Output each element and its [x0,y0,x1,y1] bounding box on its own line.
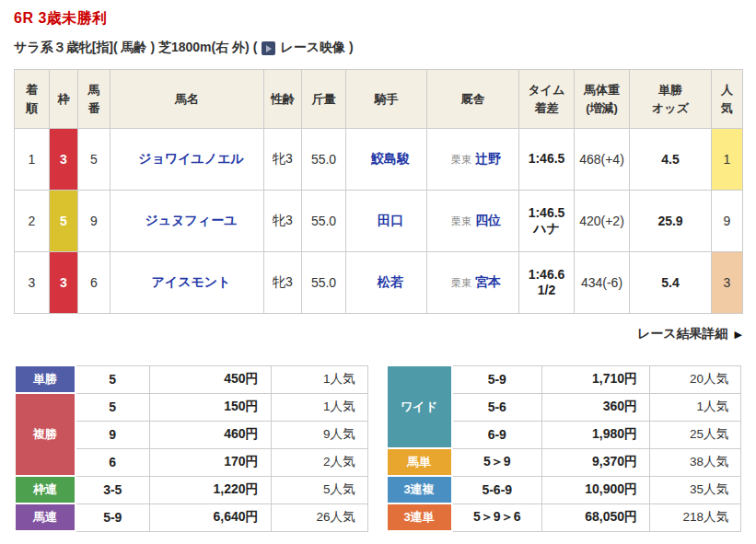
payout-table-left: 単勝 5 450円 1人気 複勝 5 150円 1人気 9 460円 9人気 [14,365,368,532]
col-header-weight: 斤量 [302,70,346,129]
bet-amount: 1,980円 [542,421,650,448]
stable-region: 栗東 [451,154,471,165]
results-header-row: 着 順 枠 馬 番 馬名 性齢 斤量 騎手 厩舎 タイム 着差 馬体重 (増減)… [15,70,743,129]
col-header-horse-number: 馬 番 [78,70,110,129]
col-header-frame: 枠 [50,70,78,129]
stable-region: 栗東 [451,215,471,226]
payout-row-win: 単勝 5 450円 1人気 [15,365,367,393]
payout-row-wide: ワイド 5-9 1,710円 20人気 [387,365,741,393]
col-header-stable: 厩舎 [427,70,519,129]
bet-amount: 9,370円 [542,448,650,476]
popularity: 3 [712,252,743,314]
bet-amount: 1,710円 [542,365,650,393]
race-result-page: 6R 3歳未勝利 サラ系３歳牝[指]( 馬齢 ) 芝1800m(右 外) ( レ… [0,0,756,544]
bet-type-win: 単勝 [15,365,76,393]
bet-amount: 150円 [149,393,271,421]
carried-weight: 55.0 [302,252,346,314]
bet-amount: 6,640円 [149,503,271,531]
table-row: 2 5 9 ジュヌフィーユ 牝3 55.0 田口 栗東四位 1:46.5 ハナ … [15,191,743,252]
horse-number: 9 [78,191,110,252]
bet-popularity: 1人気 [271,365,367,393]
payout-section: 単勝 5 450円 1人気 複勝 5 150円 1人気 9 460円 9人気 [14,365,742,532]
jockey-link[interactable]: 田口 [378,213,403,227]
popularity: 1 [712,129,743,191]
body-weight: 420(+2) [575,191,630,252]
race-video-link[interactable]: レース映像 ) [280,40,353,56]
payout-row-bracket-quinella: 枠連 3-5 1,220円 5人気 [15,476,367,503]
race-result-detail-link[interactable]: レース結果詳細 ▶ [637,326,742,342]
bet-popularity: 38人気 [650,448,741,476]
trainer-link[interactable]: 宮本 [475,274,501,289]
frame-number: 3 [50,252,78,314]
page-title: 6R 3歳未勝利 [14,9,742,29]
trainer-link[interactable]: 辻野 [475,151,501,166]
video-play-icon[interactable] [262,41,275,55]
bet-amount: 360円 [542,393,650,421]
race-results-table: 着 順 枠 馬 番 馬名 性齢 斤量 騎手 厩舎 タイム 着差 馬体重 (増減)… [14,69,743,314]
body-weight: 468(+4) [575,129,630,191]
horse-name-link[interactable]: アイスモント [152,274,231,289]
bet-popularity: 25人気 [650,421,741,448]
col-header-jockey: 騎手 [346,70,427,129]
race-conditions-text: サラ系３歳牝[指]( 馬齢 ) 芝1800m(右 外) ( [14,40,257,56]
bet-popularity: 9人気 [271,421,367,448]
bet-combo: 5-9 [76,503,149,531]
col-header-popularity: 人 気 [712,70,743,129]
bet-amount: 68,050円 [542,503,650,531]
bet-combo: 5-9 [452,365,542,393]
win-odds: 25.9 [630,191,712,252]
bet-combo: 3-5 [76,476,149,503]
bet-type-place: 複勝 [15,393,76,476]
carried-weight: 55.0 [302,191,346,252]
payout-row-exacta: 馬単 5＞9 9,370円 38人気 [387,448,741,476]
horse-name-link[interactable]: ジョワイユノエル [138,151,244,166]
win-odds: 4.5 [630,129,712,191]
bet-combo: 5-6 [452,393,542,421]
bet-popularity: 1人気 [650,393,741,421]
bet-amount: 170円 [149,448,271,476]
bet-combo: 9 [76,421,149,448]
jockey-link[interactable]: 松若 [378,274,403,289]
finish-position: 2 [15,191,50,252]
race-conditions: サラ系３歳牝[指]( 馬齢 ) 芝1800m(右 外) ( レース映像 ) [14,40,742,56]
bet-popularity: 26人気 [271,503,367,531]
bet-combo: 6 [76,448,149,476]
bet-type-exacta: 馬単 [387,448,452,476]
bet-type-trio: 3連複 [387,476,452,503]
trainer-link[interactable]: 四位 [475,213,501,227]
payout-row-trifecta: 3連単 5＞9＞6 68,050円 218人気 [387,503,741,531]
bet-combo: 5 [76,393,149,421]
bet-popularity: 5人気 [271,476,367,503]
payout-row-quinella: 馬連 5-9 6,640円 26人気 [15,503,367,531]
bet-popularity: 218人気 [650,503,741,531]
horse-name-link[interactable]: ジュヌフィーユ [145,213,238,227]
bet-combo: 5＞9 [452,448,542,476]
sex-age: 牝3 [264,129,302,191]
col-header-horse-name: 馬名 [110,70,264,129]
carried-weight: 55.0 [302,129,346,191]
table-row: 1 3 5 ジョワイユノエル 牝3 55.0 鮫島駿 栗東辻野 1:46.5 4… [15,129,743,191]
bet-type-wide: ワイド [387,365,452,448]
bet-amount: 1,220円 [149,476,271,503]
bet-amount: 10,900円 [542,476,650,503]
bet-combo: 5-6-9 [452,476,542,503]
horse-number: 5 [78,129,110,191]
payout-row-place: 複勝 5 150円 1人気 [15,393,367,421]
payout-row-trio: 3連複 5-6-9 10,900円 35人気 [387,476,741,503]
bet-combo: 6-9 [452,421,542,448]
race-result-detail-label: レース結果詳細 [637,326,728,342]
bet-combo: 5＞9＞6 [452,503,542,531]
bet-popularity: 2人気 [271,448,367,476]
col-header-win-odds: 単勝 オッズ [630,70,712,129]
payout-table-right: ワイド 5-9 1,710円 20人気 5-6 360円 1人気 6-9 1,9… [386,365,742,532]
finish-position: 1 [15,129,50,191]
bet-amount: 450円 [149,365,271,393]
col-header-sex-age: 性齢 [264,70,302,129]
jockey-link[interactable]: 鮫島駿 [371,151,410,166]
col-header-body-weight: 馬体重 (増減) [575,70,630,129]
horse-number: 6 [78,252,110,314]
frame-number: 5 [50,191,78,252]
bet-amount: 460円 [149,421,271,448]
sex-age: 牝3 [264,191,302,252]
sex-age: 牝3 [264,252,302,314]
